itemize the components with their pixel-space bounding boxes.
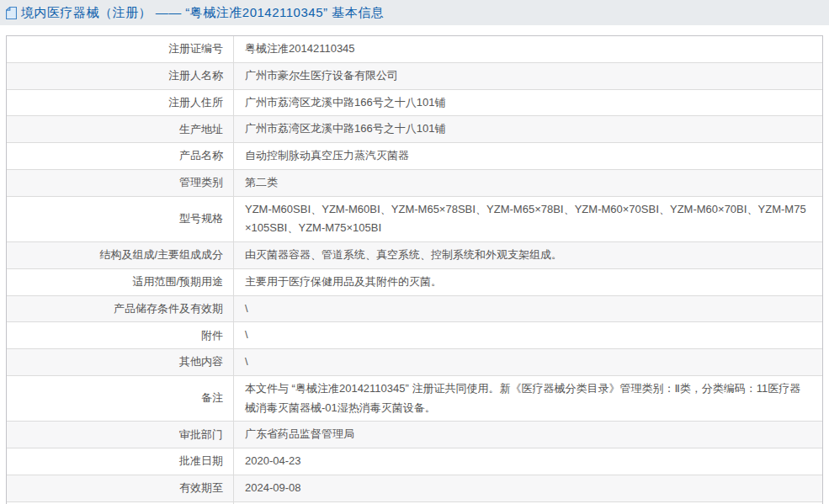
row-label: 产品储存条件及有效期	[7, 296, 234, 322]
page-header: 境内医疗器械（注册） —— “粤械注准20142110345” 基本信息	[0, 0, 829, 25]
registration-info-table: 注册证编号 粤械注准20142110345 注册人名称 广州市豪尔生医疗设备有限…	[6, 35, 823, 504]
row-value: \	[234, 296, 822, 322]
row-label: 结构及组成/主要组成成分	[7, 242, 234, 268]
row-label: 审批部门	[7, 422, 234, 448]
row-label: 注册人住所	[7, 90, 234, 116]
row-value: 2020-04-23	[234, 448, 822, 475]
row-value: 第二类	[234, 170, 822, 196]
row-label: 备注	[7, 376, 234, 422]
table-row-product-name: 产品名称 自动控制脉动真空压力蒸汽灭菌器	[7, 142, 822, 169]
row-value: 广州市豪尔生医疗设备有限公司	[234, 63, 822, 89]
row-value: 广东省药品监督管理局	[234, 422, 822, 448]
row-label: 其他内容	[7, 349, 234, 375]
table-row-valid-until: 有效期至 2024-09-08	[7, 475, 822, 501]
row-label: 有效期至	[7, 475, 234, 501]
page: 境内医疗器械（注册） —— “粤械注准20142110345” 基本信息 注册证…	[0, 0, 829, 504]
row-value: YZM-M60SBⅠ、YZM-M60BⅠ、YZM-M65×78SBⅠ、YZM-M…	[234, 197, 822, 242]
table-row-remarks: 备注 本文件与 “粤械注准20142110345” 注册证共同使用。新《医疗器械…	[7, 375, 822, 422]
table-row-other-content: 其他内容 \	[7, 348, 822, 375]
row-label: 附件	[7, 322, 234, 348]
row-label: 注册证编号	[7, 36, 234, 62]
table-row-intended-use: 适用范围/预期用途 主要用于医疗保健用品及其附件的灭菌。	[7, 268, 822, 295]
row-value: 主要用于医疗保健用品及其附件的灭菌。	[234, 269, 822, 295]
table-row-approval-department: 审批部门 广东省药品监督管理局	[7, 421, 822, 448]
row-value: 2024-09-08	[234, 475, 822, 501]
page-title: 境内医疗器械（注册） —— “粤械注准20142110345” 基本信息	[21, 5, 384, 21]
row-value: 广州市荔湾区龙溪中路166号之十八101铺	[234, 90, 822, 116]
row-value: 粤械注准20142110345	[234, 36, 822, 62]
row-value: 本文件与 “粤械注准20142110345” 注册证共同使用。新《医疗器械分类目…	[234, 376, 822, 422]
table-row-change-status: 变更情况	[7, 501, 822, 504]
row-label: 产品名称	[7, 143, 234, 169]
table-row-registration-number: 注册证编号 粤械注准20142110345	[7, 36, 822, 62]
row-value: \	[234, 349, 822, 375]
row-value: \	[234, 322, 822, 348]
table-row-model-specs: 型号规格 YZM-M60SBⅠ、YZM-M60BⅠ、YZM-M65×78SBⅠ、…	[7, 196, 822, 242]
table-row-attachments: 附件 \	[7, 321, 822, 348]
table-row-management-class: 管理类别 第二类	[7, 169, 822, 196]
row-label: 适用范围/预期用途	[7, 269, 234, 295]
row-value: 自动控制脉动真空压力蒸汽灭菌器	[234, 143, 822, 169]
row-value: 由灭菌器容器、管道系统、真空系统、控制系统和外观支架组成。	[234, 242, 822, 268]
row-label: 生产地址	[7, 116, 234, 142]
row-label: 注册人名称	[7, 63, 234, 89]
table-row-registrant-address: 注册人住所 广州市荔湾区龙溪中路166号之十八101铺	[7, 89, 822, 116]
table-row-registrant-name: 注册人名称 广州市豪尔生医疗设备有限公司	[7, 62, 822, 89]
table-row-production-address: 生产地址 广州市荔湾区龙溪中路166号之十八101铺	[7, 115, 822, 142]
table-row-approval-date: 批准日期 2020-04-23	[7, 448, 822, 475]
row-label: 型号规格	[7, 197, 234, 242]
document-icon	[6, 7, 17, 19]
row-value: 广州市荔湾区龙溪中路166号之十八101铺	[234, 116, 822, 142]
table-row-storage-conditions: 产品储存条件及有效期 \	[7, 295, 822, 322]
row-label: 管理类别	[7, 170, 234, 196]
row-label: 批准日期	[7, 448, 234, 475]
table-row-structure-composition: 结构及组成/主要组成成分 由灭菌器容器、管道系统、真空系统、控制系统和外观支架组…	[7, 241, 822, 268]
